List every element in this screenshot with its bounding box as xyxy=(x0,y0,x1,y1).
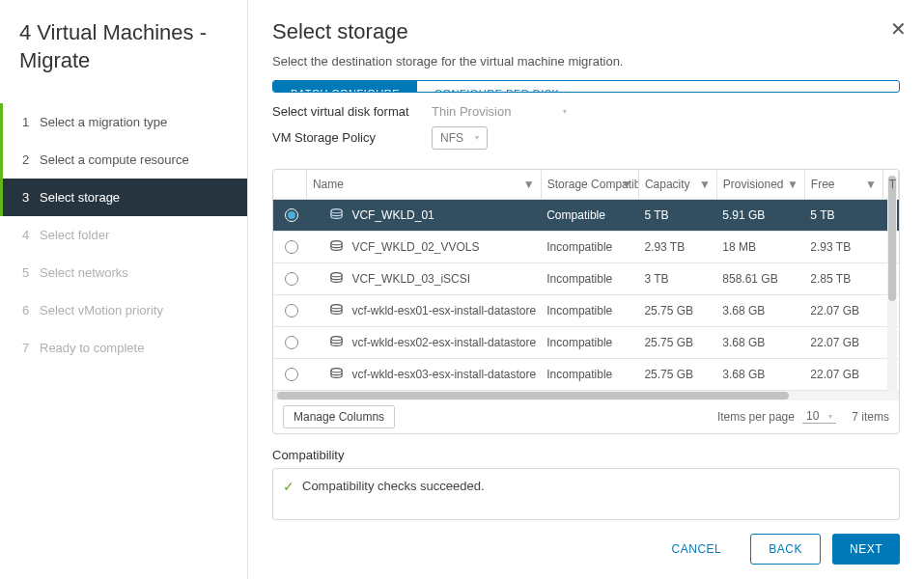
back-button[interactable]: BACK xyxy=(750,534,821,565)
scrollbar-thumb[interactable] xyxy=(277,392,789,400)
cell-capacity: 2.93 TB xyxy=(638,231,716,262)
cell-provisioned: 3.68 GB xyxy=(716,326,804,358)
table-row[interactable]: vcf-wkld-esx01-esx-install-datastoreInco… xyxy=(273,294,899,326)
filter-icon[interactable]: ▼ xyxy=(787,178,798,191)
cell-provisioned: 5.91 GB xyxy=(716,199,804,231)
cell-compatibility: Compatible xyxy=(541,199,638,231)
vm-storage-policy-select[interactable]: NFS ▾ xyxy=(432,126,488,150)
col-type-truncated[interactable]: T xyxy=(882,170,898,200)
table-row[interactable]: VCF_WKLD_01Compatible5 TB5.91 GB5 TBN xyxy=(273,199,899,231)
cell-free: 5 TB xyxy=(804,199,882,231)
svg-point-3 xyxy=(331,304,342,308)
col-provisioned[interactable]: Provisioned▼ xyxy=(716,170,804,200)
datastore-icon xyxy=(329,207,344,223)
col-name[interactable]: Name▼ xyxy=(306,170,541,200)
main-panel: ✕ Select storage Select the destination … xyxy=(248,0,924,579)
table-row[interactable]: vcf-wkld-esx02-esx-install-datastoreInco… xyxy=(273,326,899,358)
col-compatibility[interactable]: Storage Compatibility▼ xyxy=(541,170,638,200)
cell-provisioned: 858.61 GB xyxy=(716,262,804,294)
step-label: Select networks xyxy=(40,265,128,280)
datastore-name: VCF_WKLD_01 xyxy=(351,208,434,222)
page-title: Select storage xyxy=(272,19,900,44)
cell-free: 22.07 GB xyxy=(804,358,882,390)
wizard-step[interactable]: 2Select a compute resource xyxy=(0,141,247,179)
datastore-name: vcf-wkld-esx02-esx-install-datastore xyxy=(351,336,536,349)
col-capacity[interactable]: Capacity▼ xyxy=(638,170,716,200)
items-per-page-label: Items per page xyxy=(717,410,795,424)
config-tab-group: BATCH CONFIGURE CONFIGURE PER DISK xyxy=(272,80,900,93)
col-free[interactable]: Free▼ xyxy=(804,170,882,200)
wizard-steps: 1Select a migration type2Select a comput… xyxy=(0,103,247,367)
wizard-step[interactable]: 3Select storage xyxy=(0,179,247,216)
step-number: 4 xyxy=(22,228,40,242)
compatibility-message: Compatibility checks succeeded. xyxy=(302,479,485,493)
svg-point-4 xyxy=(331,336,342,340)
wizard-step: 6Select vMotion priority xyxy=(0,291,247,329)
svg-point-0 xyxy=(331,208,342,212)
cell-compatibility: Incompatible xyxy=(541,326,638,358)
cell-capacity: 25.75 GB xyxy=(638,294,716,326)
radio-select[interactable] xyxy=(285,272,298,286)
table-row[interactable]: VCF_WKLD_02_VVOLSIncompatible2.93 TB18 M… xyxy=(273,231,899,262)
radio-select[interactable] xyxy=(285,336,298,349)
filter-icon[interactable]: ▼ xyxy=(699,178,711,191)
items-per-page: Items per page 10 ▾ xyxy=(717,409,836,424)
compatibility-heading: Compatibility xyxy=(272,448,900,462)
close-icon[interactable]: ✕ xyxy=(890,17,907,41)
step-number: 5 xyxy=(22,265,40,280)
cancel-button[interactable]: CANCEL xyxy=(655,534,740,565)
next-button[interactable]: NEXT xyxy=(832,534,900,565)
tab-batch-configure[interactable]: BATCH CONFIGURE xyxy=(273,81,417,93)
table-row[interactable]: VCF_WKLD_03_iSCSIIncompatible3 TB858.61 … xyxy=(273,262,899,294)
wizard-step: 5Select networks xyxy=(0,254,247,291)
wizard-footer: CANCEL BACK NEXT xyxy=(272,520,900,565)
datastore-name: vcf-wkld-esx03-esx-install-datastore xyxy=(351,368,536,381)
datastore-icon xyxy=(329,335,344,350)
filter-icon[interactable]: ▼ xyxy=(523,178,535,191)
cell-provisioned: 18 MB xyxy=(716,231,804,262)
cell-free: 2.93 TB xyxy=(804,231,882,262)
cell-compatibility: Incompatible xyxy=(541,231,638,262)
filter-icon[interactable]: ▼ xyxy=(621,178,632,191)
step-number: 2 xyxy=(22,152,40,167)
radio-select[interactable] xyxy=(285,240,298,254)
cell-free: 22.07 GB xyxy=(804,326,882,358)
radio-select[interactable] xyxy=(285,304,298,317)
step-number: 7 xyxy=(22,341,40,355)
datastore-table: Name▼ Storage Compatibility▼ Capacity▼ P… xyxy=(272,169,900,434)
wizard-step[interactable]: 1Select a migration type xyxy=(0,103,247,141)
cell-free: 2.85 TB xyxy=(804,262,882,294)
disk-format-value: Thin Provision xyxy=(432,104,511,119)
datastore-icon xyxy=(329,239,344,255)
step-label: Ready to complete xyxy=(40,341,144,355)
cell-capacity: 3 TB xyxy=(638,262,716,294)
step-number: 6 xyxy=(22,303,40,317)
items-per-page-select[interactable]: 10 ▾ xyxy=(802,409,836,424)
horizontal-scrollbar[interactable] xyxy=(273,391,899,400)
wizard-title: 4 Virtual Machines - Migrate xyxy=(0,14,247,94)
svg-point-5 xyxy=(331,368,342,372)
step-label: Select a migration type xyxy=(40,115,167,129)
disk-format-select[interactable]: Thin Provision ▾ xyxy=(432,104,567,119)
wizard-step: 4Select folder xyxy=(0,216,247,254)
cell-compatibility: Incompatible xyxy=(541,294,638,326)
disk-format-label: Select virtual disk format xyxy=(272,104,432,119)
wizard-step: 7Ready to complete xyxy=(0,329,247,367)
datastore-icon xyxy=(329,303,344,318)
datastore-icon xyxy=(329,367,344,382)
filter-icon[interactable]: ▼ xyxy=(865,178,877,191)
tab-configure-per-disk[interactable]: CONFIGURE PER DISK xyxy=(417,81,576,93)
page-subtitle: Select the destination storage for the v… xyxy=(272,54,900,69)
radio-select[interactable] xyxy=(285,208,298,222)
step-number: 3 xyxy=(22,190,40,205)
cell-compatibility: Incompatible xyxy=(541,262,638,294)
table-row[interactable]: vcf-wkld-esx03-esx-install-datastoreInco… xyxy=(273,358,899,390)
manage-columns-button[interactable]: Manage Columns xyxy=(283,405,395,428)
total-items: 7 items xyxy=(852,410,889,424)
chevron-down-icon: ▾ xyxy=(828,412,832,421)
datastore-name: VCF_WKLD_02_VVOLS xyxy=(351,240,479,254)
vertical-scrollbar[interactable] xyxy=(887,176,897,395)
check-icon: ✓ xyxy=(283,479,294,494)
step-number: 1 xyxy=(22,115,40,129)
radio-select[interactable] xyxy=(285,368,298,381)
